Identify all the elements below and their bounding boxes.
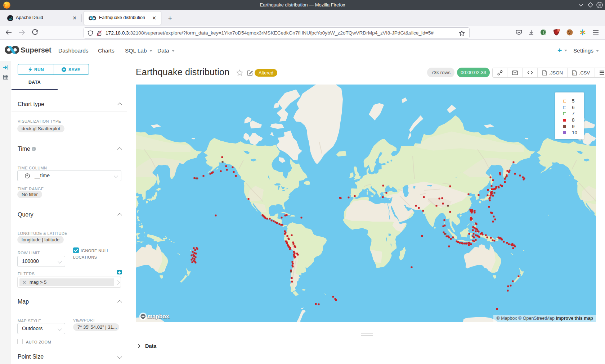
svg-text:2: 2 xyxy=(557,29,559,32)
svg-text:x: x xyxy=(573,72,575,75)
svg-text:mapbox: mapbox xyxy=(147,313,169,319)
svg-text:Superset: Superset xyxy=(21,46,51,54)
